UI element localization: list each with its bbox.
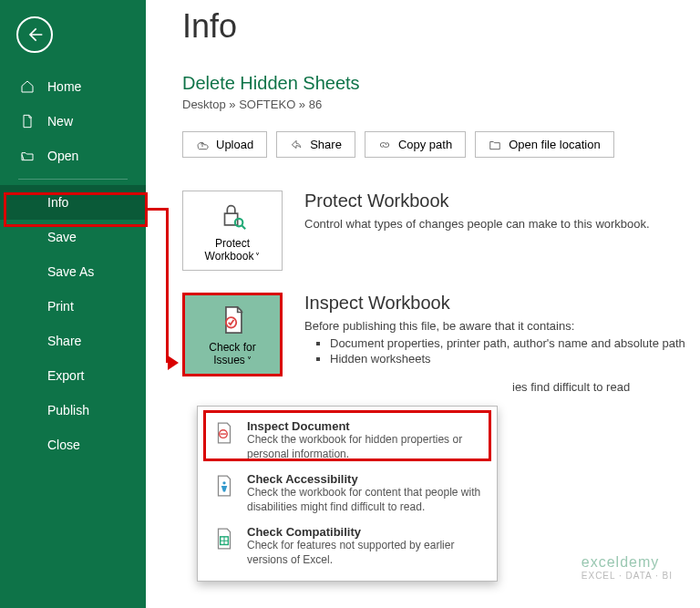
protect-heading: Protect Workbook (304, 191, 650, 211)
protect-desc: Control what types of changes people can… (304, 217, 650, 231)
folder-icon (489, 139, 501, 151)
lock-search-icon (217, 201, 248, 232)
nav-label: Share (47, 334, 81, 348)
nav-label: Print (47, 299, 74, 314)
nav-label: Save As (47, 264, 94, 279)
nav-label: Info (47, 195, 68, 210)
sidebar-item-save[interactable]: Save (0, 220, 146, 254)
dd-check-compatibility[interactable]: Check Compatibility Check for features n… (198, 520, 497, 572)
btn-label: Protect Workbook (189, 237, 276, 263)
dd-desc: Check the workbook for hidden properties… (247, 433, 484, 461)
svg-point-4 (222, 481, 225, 484)
sidebar-item-open[interactable]: Open (0, 139, 146, 173)
copy-path-button[interactable]: Copy path (365, 131, 466, 158)
protect-workbook-button[interactable]: Protect Workbook (182, 191, 283, 271)
dd-inspect-document[interactable]: Inspect Document Check the workbook for … (198, 414, 497, 467)
sidebar-item-new[interactable]: New (0, 104, 146, 139)
upload-icon (196, 139, 209, 151)
upload-button[interactable]: Upload (182, 131, 267, 158)
document-title: Delete Hidden Sheets (182, 73, 700, 94)
link-icon (378, 139, 391, 151)
btn-label: Check for Issues (190, 341, 274, 366)
nav-label: Home (47, 79, 81, 94)
nav-label: Export (47, 368, 84, 383)
inspect-li: Hidden worksheets (330, 352, 685, 366)
share-icon (290, 139, 303, 151)
nav-label: New (47, 114, 73, 129)
nav-label: Open (47, 149, 78, 163)
arrow-left-icon (26, 26, 44, 44)
check-for-issues-button[interactable]: Check for Issues (182, 293, 283, 376)
sidebar-item-save-as[interactable]: Save As (0, 254, 146, 289)
action-label: Upload (216, 138, 253, 151)
sidebar-item-close[interactable]: Close (0, 428, 146, 462)
action-label: Share (310, 138, 342, 151)
sidebar-item-home[interactable]: Home (0, 69, 146, 104)
dd-title: Inspect Document (247, 419, 484, 433)
nav-label: Close (47, 438, 80, 452)
folder-open-icon (20, 149, 35, 163)
nav-label: Save (47, 230, 77, 244)
open-file-location-button[interactable]: Open file location (475, 131, 613, 158)
dd-desc: Check for features not supported by earl… (247, 539, 484, 567)
document-inspect-icon (211, 419, 238, 461)
document-compatibility-icon (211, 525, 238, 567)
inspect-heading: Inspect Workbook (304, 293, 685, 314)
action-label: Copy path (398, 138, 452, 151)
page-title: Info (182, 7, 700, 46)
check-for-issues-dropdown: Inspect Document Check the workbook for … (197, 406, 498, 582)
share-button[interactable]: Share (276, 131, 355, 158)
dd-title: Check Compatibility (247, 525, 484, 539)
sidebar-item-info[interactable]: Info (0, 185, 146, 220)
document-icon (20, 114, 35, 129)
sidebar-item-share[interactable]: Share (0, 324, 146, 358)
dd-check-accessibility[interactable]: Check Accessibility Check the workbook f… (198, 467, 497, 520)
sidebar-item-print[interactable]: Print (0, 289, 146, 324)
divider (18, 179, 128, 180)
sidebar-item-publish[interactable]: Publish (0, 393, 146, 428)
sidebar-item-export[interactable]: Export (0, 358, 146, 393)
action-label: Open file location (509, 138, 600, 151)
document-check-icon (217, 304, 248, 335)
inspect-desc: Before publishing this file, be aware th… (304, 319, 685, 333)
inspect-li-tail: ies find difficult to read (512, 380, 685, 394)
home-icon (20, 79, 35, 94)
inspect-li: Document properties, printer path, autho… (330, 336, 685, 350)
nav-label: Publish (47, 403, 89, 417)
dd-desc: Check the workbook for content that peop… (247, 486, 484, 514)
back-button[interactable] (16, 16, 53, 53)
breadcrumb: Desktop » SOFTEKO » 86 (182, 98, 700, 111)
dd-title: Check Accessibility (247, 472, 484, 486)
document-accessibility-icon (211, 472, 238, 514)
